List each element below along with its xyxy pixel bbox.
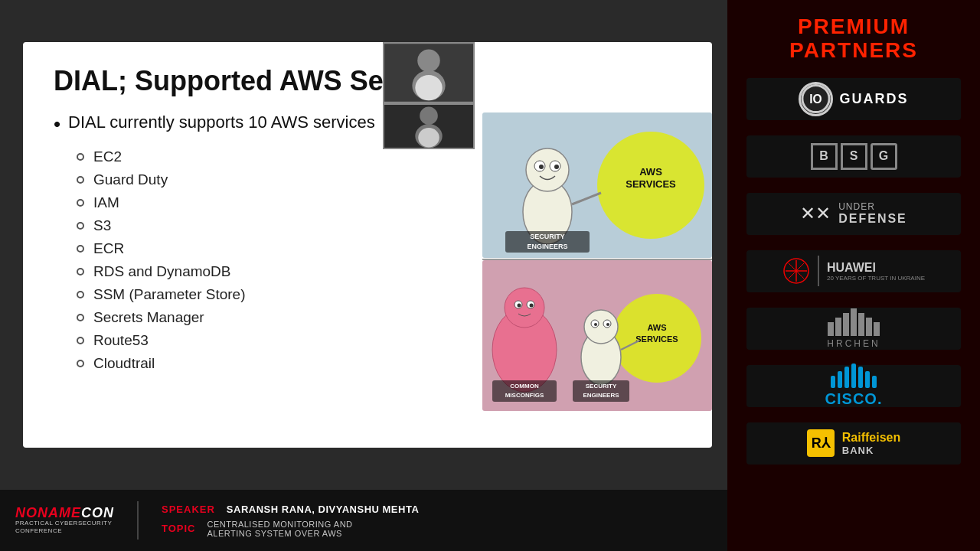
svg-point-43: [420, 106, 438, 125]
slide: DIAL; Supported AWS Services • DIAL curr…: [23, 42, 712, 448]
speaker-topic-area: SPEAKER SARANSH RANA, DIVYANSHU MEHTA TO…: [162, 504, 419, 538]
io-guards-text: GUARDS: [839, 91, 908, 107]
dot6: [865, 371, 870, 388]
list-item: Guard Duty: [77, 168, 475, 191]
svg-text:MISCONFIGS: MISCONFIGS: [505, 392, 544, 399]
bar6: [866, 318, 872, 336]
dot7: [872, 376, 877, 388]
speaker-row: SPEAKER SARANSH RANA, DIVYANSHU MEHTA: [162, 504, 419, 515]
svg-text:IO: IO: [810, 93, 822, 106]
topic-value: CENTRALISED MONITORING ANDALERTING SYSTE…: [207, 520, 353, 538]
cisco-logo: CISCO.: [825, 364, 883, 408]
service-secrets: Secrets Manager: [93, 309, 204, 326]
dot4: [851, 364, 856, 388]
svg-text:SECURITY: SECURITY: [530, 233, 565, 240]
partner-under-defense: ✕✕ UNDER DEFENSE: [746, 193, 961, 235]
slide-content: • DIAL currently supports 10 AWS service…: [54, 112, 689, 425]
list-item: IAM: [77, 191, 475, 214]
bullet-dot: •: [54, 112, 60, 136]
svg-point-8: [539, 165, 544, 169]
conference-logo: NONAMECON PRACTICAL CYBERSECURITYCONFERE…: [15, 506, 114, 534]
right-sidebar: PREMIUM PARTNERS IO GUARDS B S G ✕✕ UNDE…: [727, 0, 980, 551]
list-item: Cloudtrail: [77, 352, 475, 375]
huawei-divider: [818, 256, 819, 286]
bar7: [874, 322, 880, 336]
svg-point-5: [526, 148, 569, 191]
bar3: [843, 313, 849, 336]
io-guards-logo: IO GUARDS: [799, 82, 908, 116]
partner-huawei: HUAWEI 20 YEARS OF TRUST IN UKRAINE: [746, 250, 961, 292]
svg-point-29: [584, 310, 618, 344]
service-iam: IAM: [93, 194, 119, 211]
svg-point-23: [518, 304, 521, 308]
bar4: [851, 308, 857, 336]
svg-point-32: [594, 323, 597, 326]
cisco-name: CISCO.: [825, 390, 883, 408]
bullet-circle: [77, 199, 84, 207]
meme-svg: AWS SERVICES: [482, 112, 712, 411]
ud-line2: DEFENSE: [838, 212, 907, 226]
topic-row: TOPIC CENTRALISED MONITORING ANDALERTING…: [162, 520, 419, 538]
raiff-line1: Raiffeisen: [842, 431, 900, 445]
svg-text:ENGINEERS: ENGINEERS: [527, 243, 567, 250]
svg-text:SERVICES: SERVICES: [626, 178, 676, 190]
list-item: S3: [77, 214, 475, 237]
service-s3: S3: [93, 217, 111, 234]
service-cloudtrail: Cloudtrail: [93, 355, 155, 372]
main-bullet-text: DIAL currently supports 10 AWS services: [68, 112, 375, 132]
svg-text:AWS: AWS: [647, 323, 666, 332]
bullet-circle: [77, 222, 84, 230]
svg-text:ENGINEERS: ENGINEERS: [583, 392, 619, 399]
huawei-years: 20 YEARS OF TRUST IN UKRAINE: [827, 275, 925, 282]
slide-title: DIAL; Supported AWS Services: [54, 65, 689, 97]
ud-line1: UNDER: [838, 201, 907, 212]
raiff-text: Raiffeisen BANK: [842, 431, 900, 456]
svg-text:COMMON: COMMON: [510, 383, 539, 390]
bullet-circle: [77, 245, 84, 253]
under-defense-logo: ✕✕ UNDER DEFENSE: [800, 201, 907, 226]
huawei-text: HUAWEI 20 YEARS OF TRUST IN UKRAINE: [827, 261, 925, 282]
raiffeisen-logo: R⅄ Raiffeisen BANK: [807, 429, 900, 457]
cisco-dots: [831, 364, 877, 388]
dot1: [831, 376, 835, 388]
svg-text:SERVICES: SERVICES: [635, 334, 678, 344]
partner-hrchen: HRCHEN: [746, 308, 961, 350]
svg-point-33: [606, 323, 609, 326]
bar5: [858, 313, 864, 336]
services-list: EC2 Guard Duty IAM S3 ECR RDS and Dynamo…: [77, 145, 475, 375]
dot2: [838, 371, 842, 388]
bottom-bar: NONAMECON PRACTICAL CYBERSECURITYCONFERE…: [0, 490, 727, 551]
presentation-area: DIAL; Supported AWS Services • DIAL curr…: [0, 0, 727, 551]
conference-name: NONAMECON: [15, 506, 114, 520]
service-ssm: SSM (Parameter Store): [93, 286, 246, 303]
svg-point-45: [418, 128, 439, 148]
svg-point-9: [554, 165, 559, 169]
bsg-g: G: [871, 143, 897, 170]
bullet-circle: [77, 268, 84, 276]
service-route53: Route53: [93, 332, 149, 349]
bullet-circle: [77, 176, 84, 184]
premium-title: PREMIUM PARTNERS: [789, 15, 918, 63]
bar1: [828, 322, 834, 336]
partner-bsg: B S G: [746, 135, 961, 178]
io-symbol: IO: [799, 82, 833, 116]
hrchen-logo: HRCHEN: [827, 308, 880, 349]
slide-left: • DIAL currently supports 10 AWS service…: [54, 112, 475, 425]
bullet-circle: [77, 337, 84, 344]
bullet-circle: [77, 360, 84, 367]
webcam-bottom: [383, 103, 475, 149]
list-item: SSM (Parameter Store): [77, 283, 475, 306]
under-defense-text: UNDER DEFENSE: [838, 201, 907, 226]
meme-illustration: AWS SERVICES: [482, 112, 712, 425]
svg-point-41: [415, 75, 442, 100]
bullet-circle: [77, 314, 84, 321]
service-ecr: ECR: [93, 240, 124, 257]
bsg-logo: B S G: [811, 143, 897, 170]
speaker-value: SARANSH RANA, DIVYANSHU MEHTA: [227, 504, 419, 515]
svg-point-24: [530, 304, 534, 308]
hrchen-name: HRCHEN: [827, 338, 880, 349]
partner-io-guards: IO GUARDS: [746, 78, 961, 120]
svg-point-39: [417, 50, 439, 72]
raiff-icon: R⅄: [807, 429, 835, 457]
conference-subtitle: PRACTICAL CYBERSECURITYCONFERENCE: [15, 520, 112, 534]
